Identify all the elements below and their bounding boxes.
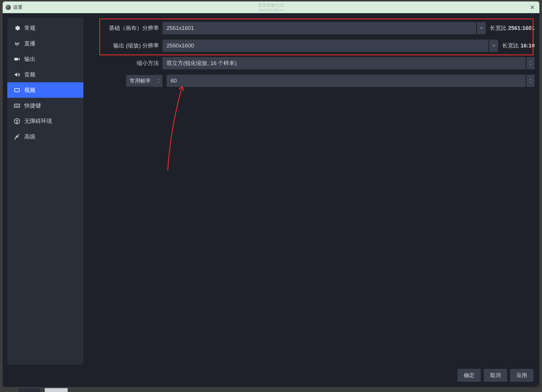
- sidebar-item-advanced[interactable]: 高级: [7, 129, 83, 144]
- settings-window: 设置 吾爱破解论坛 www.52pojie.cn 常规: [3, 1, 539, 387]
- fps-type-label: 常用帧率: [126, 75, 154, 87]
- sidebar-item-audio[interactable]: 音频: [7, 67, 83, 82]
- sidebar-item-video[interactable]: 视频: [7, 82, 83, 98]
- taskbar-thumb[interactable]: [18, 388, 41, 392]
- watermark-line1: 吾爱破解论坛: [258, 3, 284, 8]
- sidebar-item-label: 直播: [24, 40, 35, 47]
- output-icon: [14, 56, 20, 62]
- watermark-line2: www.52pojie.cn: [258, 8, 284, 12]
- cancel-button[interactable]: 取消: [484, 369, 507, 382]
- output-aspect-value: 16:10: [520, 42, 535, 49]
- base-resolution-combo: [162, 22, 486, 34]
- output-resolution-combo: [162, 40, 498, 52]
- taskbar-thumb[interactable]: [44, 388, 68, 392]
- video-icon: [14, 87, 20, 93]
- sidebar-item-label: 视频: [24, 86, 35, 94]
- apply-button[interactable]: 应用: [510, 369, 534, 382]
- content-pane: 基础（画布）分辨率 长宽比 2561:1601: [89, 18, 535, 365]
- footer: 确定 取消 应用: [7, 368, 535, 382]
- svg-point-7: [536, 384, 537, 385]
- downscale-filter-select-wrap: 双立方(锐化缩放, 16 个样本): [162, 57, 535, 69]
- titlebar-left: 设置: [6, 4, 23, 11]
- sidebar-item-label: 无障碍环境: [24, 117, 52, 125]
- sidebar-item-accessibility[interactable]: 无障碍环境: [7, 113, 83, 129]
- ok-button[interactable]: 确定: [457, 369, 481, 382]
- close-icon: [530, 5, 535, 10]
- sidebar-item-label: 音频: [24, 71, 35, 78]
- sidebar-item-label: 常规: [24, 24, 35, 32]
- tools-icon: [14, 133, 20, 140]
- body-area: 常规 直播 输出 音频: [3, 13, 539, 387]
- output-resolution-input[interactable]: [162, 40, 488, 52]
- output-resolution-dropdown-button[interactable]: [489, 40, 498, 52]
- window-title: 设置: [13, 4, 23, 11]
- svg-point-8: [538, 384, 538, 385]
- base-resolution-label: 基础（画布）分辨率: [89, 24, 162, 32]
- sidebar-item-label: 输出: [24, 55, 35, 63]
- obs-icon: [6, 5, 11, 10]
- row-downscale-filter: 缩小方法 双立方(锐化缩放, 16 个样本): [89, 57, 535, 69]
- downscale-filter-stepper[interactable]: [526, 57, 535, 69]
- downscale-filter-label: 缩小方法: [89, 59, 162, 67]
- video-form: 基础（画布）分辨率 长宽比 2561:1601: [89, 18, 535, 87]
- chevron-down-icon: [492, 44, 496, 48]
- svg-point-6: [538, 383, 538, 384]
- taskbar-thumbs: [18, 388, 68, 392]
- base-aspect-label: 长宽比: [490, 25, 507, 31]
- row-base-resolution: 基础（画布）分辨率 长宽比 2561:1601: [89, 22, 535, 34]
- fps-type-stepper[interactable]: [154, 75, 162, 87]
- downscale-filter-value: 双立方(锐化缩放, 16 个样本): [167, 59, 237, 67]
- base-aspect-text: 长宽比 2561:1601: [490, 24, 535, 32]
- output-aspect-text: 长宽比 16:10: [502, 42, 535, 49]
- watermark: 吾爱破解论坛 www.52pojie.cn: [258, 3, 284, 12]
- svg-rect-3: [14, 104, 20, 107]
- sidebar-item-label: 高级: [24, 133, 35, 141]
- base-resolution-input[interactable]: [162, 22, 476, 34]
- antenna-icon: [14, 40, 20, 47]
- fps-value-select[interactable]: 60: [167, 75, 526, 87]
- main-row: 常规 直播 输出 音频: [7, 18, 535, 365]
- sidebar-item-stream[interactable]: 直播: [7, 36, 83, 51]
- sidebar: 常规 直播 输出 音频: [7, 18, 83, 365]
- close-button[interactable]: [528, 3, 536, 11]
- base-resolution-dropdown-button[interactable]: [477, 22, 486, 34]
- sidebar-item-output[interactable]: 输出: [7, 51, 83, 67]
- output-aspect-label: 长宽比: [502, 42, 519, 49]
- row-output-resolution: 输出 (缩放) 分辨率 长宽比 16:10: [89, 40, 535, 52]
- svg-point-5: [17, 119, 18, 120]
- arrow-annotation: [156, 83, 185, 171]
- chevron-down-icon: [157, 81, 160, 83]
- downscale-filter-select[interactable]: 双立方(锐化缩放, 16 个样本): [162, 57, 526, 69]
- row-fps: 常用帧率 60: [89, 75, 535, 87]
- chevron-up-icon: [529, 78, 532, 81]
- chevron-down-icon: [529, 64, 532, 66]
- sidebar-item-general[interactable]: 常规: [7, 20, 83, 36]
- sidebar-item-label: 快捷键: [24, 102, 41, 109]
- svg-rect-1: [14, 58, 18, 60]
- resize-grip-icon[interactable]: [535, 382, 539, 386]
- base-aspect-value: 2561:1601: [508, 25, 535, 31]
- fps-value-stepper[interactable]: [526, 75, 535, 87]
- titlebar: 设置 吾爱破解论坛 www.52pojie.cn: [3, 1, 539, 13]
- svg-point-10: [536, 385, 537, 386]
- gear-icon: [14, 25, 20, 31]
- chevron-up-icon: [157, 78, 160, 81]
- svg-rect-2: [15, 88, 20, 92]
- chevron-down-icon: [479, 26, 483, 30]
- fps-value: 60: [171, 78, 177, 84]
- audio-icon: [14, 71, 20, 78]
- svg-point-11: [538, 385, 538, 386]
- svg-point-9: [535, 385, 536, 386]
- fps-select-wrap: 60: [167, 75, 535, 87]
- output-resolution-label: 输出 (缩放) 分辨率: [89, 42, 162, 49]
- keyboard-icon: [14, 102, 20, 109]
- sidebar-item-hotkeys[interactable]: 快捷键: [7, 98, 83, 113]
- chevron-down-icon: [529, 81, 532, 83]
- accessibility-icon: [14, 118, 20, 124]
- chevron-up-icon: [529, 61, 532, 63]
